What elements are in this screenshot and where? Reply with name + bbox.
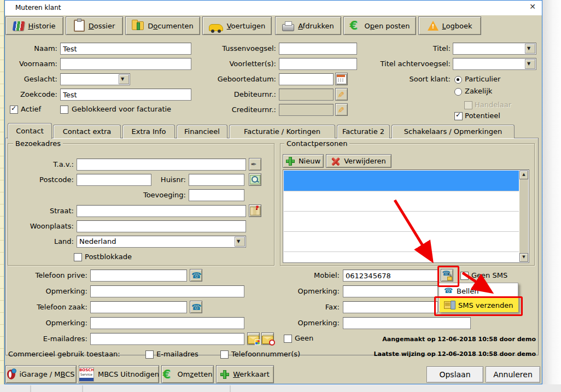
straat-input[interactable] [77, 205, 246, 217]
list-scrollbar[interactable]: ▲ ▼ [519, 171, 528, 262]
mail-blocked-button[interactable] [261, 332, 274, 345]
selected-row[interactable] [284, 171, 519, 191]
emailadres-input[interactable] [90, 333, 244, 345]
toevoeging-input[interactable] [189, 189, 244, 201]
scroll-down-icon[interactable]: ▼ [519, 253, 528, 262]
huisnr-label: Huisnr: [148, 175, 186, 184]
tab-facturatie-kortingen[interactable]: Facturatie / Kortingen [229, 125, 335, 138]
actief-checkbox[interactable] [10, 106, 18, 114]
tab-financieel[interactable]: Financieel [177, 125, 227, 138]
werkkaart-button[interactable]: Werkkaart [216, 365, 274, 383]
soort-klant-label: Soort klant: [396, 75, 451, 83]
chevron-down-icon[interactable] [119, 74, 129, 84]
igarage-logo-icon [7, 370, 15, 379]
geblokkeerd-checkbox[interactable] [60, 106, 68, 114]
chevron-down-icon[interactable] [235, 237, 245, 247]
geboortedatum-input[interactable] [279, 73, 334, 85]
open-posten-button[interactable]: Open posten [343, 16, 416, 35]
actief-label: Actief [21, 105, 41, 113]
opmerking4-input[interactable] [343, 317, 471, 329]
calendar-button[interactable] [335, 73, 348, 85]
bezoekadres-title: Bezoekadres [13, 139, 63, 148]
mbcs-uitnodigen-button[interactable]: BOSCHService MBCS Uitnodigen [79, 365, 159, 383]
verwijderen-button[interactable]: Verwijderen [326, 154, 391, 168]
particulier-radio[interactable] [454, 76, 462, 84]
telefoon-prive-input[interactable] [90, 270, 187, 282]
bel-prive-button[interactable] [190, 269, 202, 282]
annuleren-button[interactable]: Annuleren [486, 366, 540, 383]
straat-label: Straat: [30, 207, 74, 215]
books-icon [13, 21, 25, 31]
opmerking1-label: Opmerking: [16, 287, 87, 295]
geen-checkbox[interactable] [284, 335, 292, 343]
documenten-button[interactable]: Documenten [125, 16, 200, 35]
opmerking1-input[interactable] [90, 285, 244, 297]
tussenvoegsel-input[interactable] [279, 43, 357, 55]
voertuigen-label: Voertuigen [227, 22, 266, 30]
nieuw-button[interactable]: Nieuw [283, 154, 324, 168]
modified-timestamp: Laatste wijzing op 12-06-2018 10:58 door… [328, 350, 536, 358]
send-mail-button[interactable] [247, 332, 260, 345]
menu-item-bellen[interactable]: Bellen [440, 284, 518, 298]
woonplaats-input[interactable] [77, 220, 246, 232]
zoekcode-input[interactable] [60, 89, 191, 101]
bel-zaak-button[interactable] [190, 301, 202, 313]
tab-extra-info[interactable]: Extra Info [122, 125, 175, 138]
tab-schakelaars-opmerkingen[interactable]: Schakelaars / Opmerkingen [391, 125, 515, 138]
tav-lookup-button[interactable] [249, 158, 261, 171]
potentieel-checkbox[interactable] [454, 112, 463, 120]
scroll-up-icon[interactable]: ▲ [519, 171, 528, 179]
opmerking3-input[interactable] [343, 285, 438, 297]
sms-phone-button[interactable] [441, 269, 453, 282]
voornaam-input[interactable] [60, 58, 191, 70]
address-search-button[interactable] [249, 173, 261, 186]
logboek-button[interactable]: Logboek [418, 16, 481, 35]
postblokkade-checkbox[interactable] [74, 253, 82, 261]
huisnr-input[interactable] [189, 174, 244, 186]
historie-button[interactable]: Historie [5, 16, 63, 35]
bellen-label: Bellen [457, 287, 478, 295]
titel-achtervoegsel-select[interactable] [453, 58, 536, 70]
delete-x-icon [331, 157, 340, 166]
geslacht-select[interactable] [60, 73, 130, 85]
geen-sms-checkbox[interactable] [460, 272, 469, 280]
bosch-logo-icon: BOSCHService [79, 367, 94, 382]
opmerking2-input[interactable] [90, 317, 244, 329]
printer-icon [282, 24, 294, 31]
screen: { "window": {"title": "Muteren klant"}, … [0, 0, 561, 392]
menu-item-sms-verzenden[interactable]: SMS verzenden [440, 298, 518, 312]
zakelijk-radio[interactable] [454, 88, 462, 96]
voorletters-input[interactable] [279, 58, 357, 70]
titel-label: Titel: [407, 44, 451, 52]
fax-input[interactable] [343, 301, 438, 313]
land-select[interactable]: Nederland [77, 236, 246, 248]
titel-select[interactable] [453, 43, 536, 55]
tav-input[interactable] [77, 159, 246, 171]
chevron-down-icon[interactable] [525, 44, 535, 54]
afdrukken-button[interactable]: Afdrukken [275, 16, 341, 35]
voertuigen-button[interactable]: Voertuigen [202, 16, 272, 35]
crediteurnr-edit-button[interactable] [335, 103, 348, 116]
chevron-down-icon[interactable] [525, 59, 535, 69]
telefoon-zaak-input[interactable] [90, 301, 187, 313]
naam-input[interactable] [60, 43, 191, 55]
debiteurnr-edit-button[interactable] [335, 88, 348, 101]
window-title: Muteren klant [15, 4, 61, 11]
pencil-icon [337, 105, 346, 115]
map-button[interactable] [249, 204, 261, 217]
commercieel-telefoon-checkbox[interactable] [220, 350, 229, 359]
postcode-input[interactable] [77, 174, 151, 186]
commercieel-email-checkbox[interactable] [145, 350, 154, 359]
igarage-mbcs-button[interactable]: iGarage / MBCS [5, 365, 77, 383]
opslaan-button[interactable]: Opslaan [426, 366, 483, 383]
plus-icon [286, 157, 295, 166]
close-icon[interactable] [526, 2, 539, 13]
mobiel-input[interactable] [343, 270, 438, 282]
car-icon [209, 24, 223, 31]
tab-facturatie-2[interactable]: Facturatie 2 [337, 125, 390, 138]
dossier-button[interactable]: Dossier [66, 16, 123, 35]
tab-contact-extra[interactable]: Contact extra [53, 125, 121, 138]
contactpersonen-list[interactable]: ▲ ▼ [283, 169, 529, 263]
omzetten-button[interactable]: Omzetten [161, 365, 214, 383]
tab-contact[interactable]: Contact [8, 123, 52, 139]
